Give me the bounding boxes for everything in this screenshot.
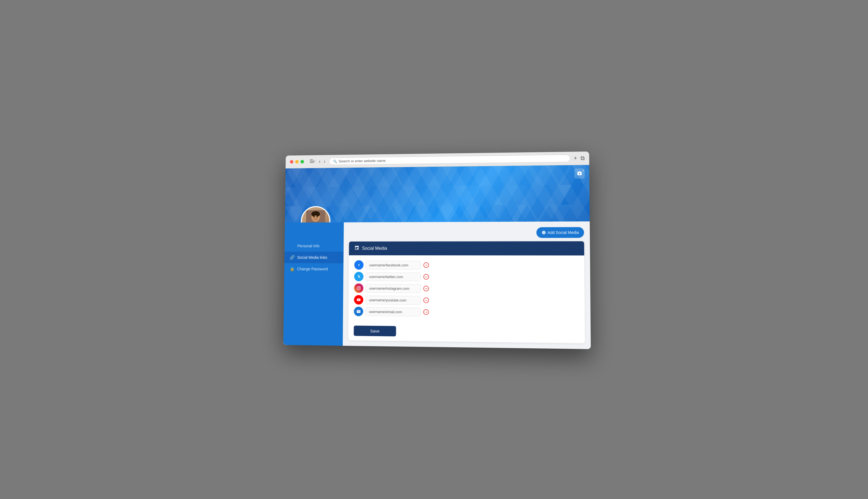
- social-card-header-label: Social Media: [362, 246, 387, 251]
- svg-marker-58: [437, 205, 459, 222]
- facebook-icon: f: [354, 260, 364, 269]
- main-layout: 👤 Personal Info 🔗 Social Media links 🔒 C…: [283, 221, 591, 349]
- list-item: −: [354, 307, 579, 318]
- svg-marker-56: [393, 206, 415, 222]
- person-icon: 👤: [290, 243, 294, 248]
- sidebar-toggle-button[interactable]: [310, 159, 315, 164]
- twitter-icon: 𝕏: [354, 272, 364, 281]
- search-icon: 🔍: [333, 159, 337, 163]
- svg-marker-55: [371, 206, 393, 222]
- remove-twitter-button[interactable]: −: [423, 273, 429, 280]
- svg-marker-59: [459, 205, 481, 222]
- close-button[interactable]: [290, 160, 293, 163]
- maximize-button[interactable]: [301, 160, 304, 163]
- facebook-input[interactable]: [366, 260, 420, 269]
- nav-arrows: ‹ ›: [318, 158, 326, 164]
- save-row: Save: [348, 321, 585, 343]
- sidebar: 👤 Personal Info 🔗 Social Media links 🔒 C…: [283, 222, 343, 345]
- svg-marker-61: [504, 205, 527, 222]
- social-card-header: Social Media: [349, 241, 584, 255]
- minus-circle-icon: −: [424, 297, 429, 303]
- lock-icon: 🔒: [290, 266, 294, 271]
- email-input[interactable]: [365, 307, 420, 316]
- avatar-section: [301, 206, 330, 222]
- sidebar-item-personal-info-label: Personal Info: [298, 244, 320, 248]
- social-card: Social Media f −: [348, 241, 585, 343]
- hero-banner: +: [285, 165, 590, 222]
- email-icon: [354, 307, 363, 316]
- forward-button[interactable]: ›: [323, 158, 326, 164]
- remove-instagram-button[interactable]: −: [423, 285, 429, 292]
- remove-email-button[interactable]: −: [423, 308, 429, 315]
- sidebar-item-change-password-label: Change Password: [297, 267, 328, 271]
- list-item: −: [354, 283, 579, 294]
- list-item: f −: [354, 260, 578, 270]
- social-card-body: f − 𝕏: [348, 255, 585, 323]
- svg-marker-57: [415, 205, 437, 222]
- svg-marker-53: [328, 206, 349, 222]
- remove-youtube-button[interactable]: −: [423, 297, 429, 304]
- sidebar-item-social-media-label: Social Media links: [297, 255, 327, 259]
- add-social-media-label: Add Social Media: [548, 230, 579, 235]
- cover-camera-button[interactable]: +: [574, 168, 584, 179]
- save-button[interactable]: Save: [354, 326, 396, 337]
- avatar-wrapper: [301, 206, 330, 222]
- youtube-icon: [354, 295, 363, 304]
- browser-actions: + ⧉: [574, 155, 584, 161]
- avatar: [301, 206, 330, 222]
- list-item: 𝕏 −: [354, 272, 579, 282]
- svg-marker-54: [349, 206, 371, 222]
- app-content: +: [283, 165, 591, 349]
- list-item: −: [354, 295, 579, 306]
- youtube-input[interactable]: [366, 295, 420, 304]
- instagram-input[interactable]: [366, 284, 420, 293]
- add-social-media-button[interactable]: ⊕ Add Social Media: [536, 227, 584, 238]
- remove-facebook-button[interactable]: −: [423, 261, 429, 268]
- instagram-icon: [354, 283, 364, 293]
- link-icon: 🔗: [290, 255, 294, 260]
- traffic-lights: [290, 160, 304, 163]
- minimize-button[interactable]: [295, 160, 299, 163]
- svg-marker-60: [481, 205, 504, 222]
- card-header-icon: [354, 245, 360, 252]
- address-bar[interactable]: 🔍 Search or enter website name: [329, 155, 570, 165]
- tabs-button[interactable]: ⧉: [581, 155, 585, 161]
- hero-pattern: [285, 165, 590, 222]
- back-button[interactable]: ‹: [318, 158, 321, 164]
- sidebar-item-social-media[interactable]: 🔗 Social Media links: [284, 252, 343, 263]
- minus-circle-icon: −: [424, 262, 429, 268]
- browser-window: ‹ › 🔍 Search or enter website name + ⧉: [283, 151, 591, 349]
- svg-marker-62: [527, 205, 550, 222]
- minus-circle-icon: −: [424, 274, 429, 279]
- sidebar-item-change-password[interactable]: 🔒 Change Password: [284, 263, 343, 275]
- address-text: Search or enter website name: [339, 158, 386, 163]
- content-area: ⊕ Add Social Media Social Media: [343, 221, 591, 349]
- plus-icon: ⊕: [541, 230, 546, 235]
- svg-marker-63: [550, 204, 573, 222]
- new-tab-button[interactable]: +: [574, 155, 577, 161]
- add-social-row: ⊕ Add Social Media: [349, 227, 584, 238]
- sidebar-item-personal-info[interactable]: 👤 Personal Info: [285, 240, 344, 252]
- minus-circle-icon: −: [424, 286, 429, 291]
- twitter-input[interactable]: [366, 272, 420, 281]
- minus-circle-icon: −: [423, 309, 429, 315]
